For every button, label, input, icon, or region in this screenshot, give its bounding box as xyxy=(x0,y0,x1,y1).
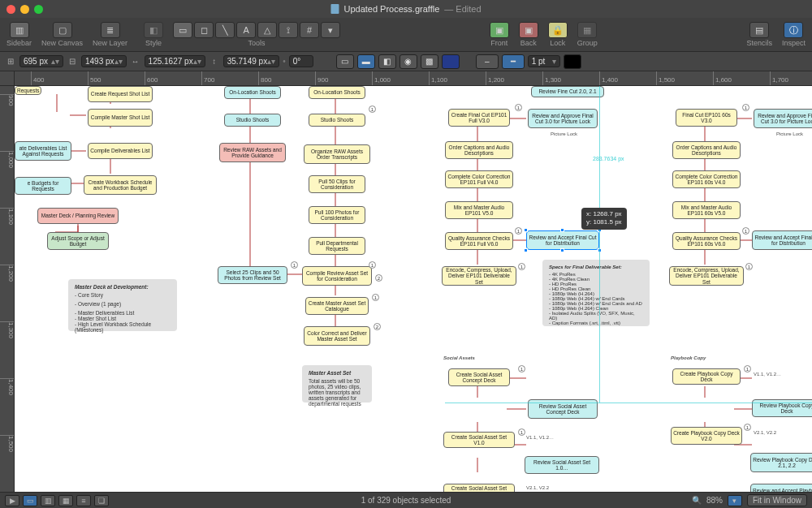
node-requests[interactable]: Requests xyxy=(15,86,41,95)
node-workback-schedule[interactable]: Create Workback Schedule and Production … xyxy=(84,175,157,195)
point-tool[interactable]: ⟟ xyxy=(279,22,298,38)
node-order-captions-60s[interactable]: Order Captions and Audio Descriptions xyxy=(672,141,741,159)
maximize-icon[interactable] xyxy=(34,5,43,14)
node-compile-review-set[interactable]: Compile Review Asset Set for Considerati… xyxy=(302,266,372,286)
note-specs[interactable]: Specs for Final Deliverable Set: - 4K Pr… xyxy=(542,260,650,326)
node-playbook-deck[interactable]: Create Playbook Copy Deck xyxy=(672,368,741,385)
node-review-raw[interactable]: Review RAW Assets and Provide Guidance xyxy=(219,143,286,162)
node-compile-deliverables[interactable]: Compile Deliverables List xyxy=(88,143,153,159)
style-button[interactable]: ◧ xyxy=(144,22,163,38)
node-adjust-scope[interactable]: Adjust Scope or Adjust Budget xyxy=(47,232,109,250)
ruler-horizontal[interactable]: 4005006007008009001,0001,1001,2001,3001,… xyxy=(15,71,812,86)
fill-none-button[interactable]: ▭ xyxy=(336,54,354,69)
node-create-shotlist[interactable]: Create Request Shot List xyxy=(88,86,153,102)
node-studio-b[interactable]: Studio Shoots xyxy=(309,114,365,127)
node-select-25-50[interactable]: Select 25 Clips and 50 Photos from Revie… xyxy=(218,266,287,284)
bring-front-button[interactable]: ▣ xyxy=(490,22,509,38)
node-pull-dept[interactable]: Pull Departmental Requests xyxy=(309,237,365,255)
stamp-tool[interactable]: ▾ xyxy=(321,22,340,38)
node-onlocation-a[interactable]: On-Location Shoots xyxy=(224,86,281,99)
width-field[interactable]: 125.1627 px▴▾ xyxy=(145,55,205,67)
fill-gradient-button[interactable]: ◧ xyxy=(378,54,396,69)
node-accept-playbook[interactable]: Review and Accept Playbook xyxy=(750,484,812,492)
node-approve-picturelock-60s[interactable]: Review and Approve Final Cut 3.0 for Pic… xyxy=(754,109,812,128)
node-final-cut-full[interactable]: Create Final Cut EP101 Full V3.0 xyxy=(448,109,510,127)
node-pull-50[interactable]: Pull 50 Clips for Consideration xyxy=(309,175,365,193)
line-tool[interactable]: ╲ xyxy=(215,22,235,38)
new-canvas-button[interactable]: ▢ xyxy=(53,22,72,38)
presentation-button[interactable]: ▶ xyxy=(5,495,19,506)
ruler-vertical[interactable]: 9001,0001,1001,2001,3001,4001,500 xyxy=(0,86,15,492)
node-mix-master-full[interactable]: Mix and Master Audio EP101 V5.0 xyxy=(445,201,513,219)
stroke-weight-field[interactable]: 1 pt▾ xyxy=(528,55,560,67)
sel-handle-nw[interactable] xyxy=(524,228,528,232)
node-review-accept-distribution[interactable]: Review and Accept Final Cut for Distribu… xyxy=(526,230,599,250)
node-final-cut-60s[interactable]: Final Cut EP101 60s V3.0 xyxy=(676,109,737,127)
view-list-button[interactable]: ≡ xyxy=(76,495,91,506)
layers-button[interactable]: ❏ xyxy=(94,495,109,506)
height-field[interactable]: 35.7149 px▴▾ xyxy=(223,55,280,67)
node-master-catalogue[interactable]: Create Master Asset Set Catalogue xyxy=(305,297,369,315)
node-pull-100[interactable]: Pull 100 Photos for Consideration xyxy=(309,206,365,224)
sidebar-toggle-button[interactable]: ▥ xyxy=(10,22,29,38)
node-encode-deliver-full[interactable]: Encode, Compress, Upload, Deliver EP101 … xyxy=(442,266,516,286)
fill-image-button[interactable]: ▩ xyxy=(421,54,438,69)
node-review-fine-cut[interactable]: Review Fine Cut 2.0, 2.1 xyxy=(531,86,604,97)
view-thumbs-button[interactable]: ▦ xyxy=(58,495,73,506)
node-color-correction-60s[interactable]: Complete Color Correction EP101 60s V4.0 xyxy=(672,170,741,188)
node-color-correction-full[interactable]: Complete Color Correction EP101 Full V4.… xyxy=(445,170,513,188)
canvas-area[interactable]: Requests Create Request Shot List Compil… xyxy=(15,86,812,492)
node-review-social-v1[interactable]: Review Social Asset Set 1.0… xyxy=(525,456,599,474)
view-outline-button[interactable]: ▥ xyxy=(41,495,55,506)
y-field[interactable]: 1493 px▴▾ xyxy=(81,55,127,67)
selection-tool[interactable]: ▭ xyxy=(173,22,192,38)
node-color-correct-deliver[interactable]: Color Correct and Deliver Master Asset S… xyxy=(304,326,370,346)
canvas[interactable]: Requests Create Request Shot List Compil… xyxy=(15,86,812,492)
fill-solid-button[interactable]: ▬ xyxy=(357,54,375,69)
fill-color-swatch[interactable] xyxy=(442,54,460,69)
node-social-concept[interactable]: Create Social Asset Concept Deck xyxy=(448,368,510,386)
node-accept-60s[interactable]: Review and Accept Final Cut for Distribu… xyxy=(752,230,812,250)
send-back-button[interactable]: ▣ xyxy=(519,22,538,38)
stroke-color-swatch[interactable] xyxy=(564,54,581,69)
node-review-playbook-v2[interactable]: Review Playbook Copy Deck 2.1, 2.2 xyxy=(750,453,812,472)
node-compile-shotlist[interactable]: Compile Master Shot List xyxy=(88,109,153,127)
close-icon[interactable] xyxy=(6,5,15,14)
fit-window-button[interactable]: Fit in Window xyxy=(747,494,807,506)
sel-handle-n[interactable] xyxy=(560,228,564,232)
new-layer-button[interactable]: ≣ xyxy=(101,22,120,38)
stroke-none-button[interactable]: – xyxy=(476,54,499,69)
group-button[interactable]: ▦ xyxy=(577,22,597,38)
node-validate-deliverables[interactable]: ate Deliverables List Against Requests xyxy=(15,141,71,161)
pen-tool[interactable]: △ xyxy=(257,22,277,38)
node-social-set-v1[interactable]: Create Social Asset Set V1.0 xyxy=(443,432,515,448)
node-organize-raw[interactable]: Organize RAW Assets Order Transcripts xyxy=(304,144,370,164)
node-approve-picturelock-full[interactable]: Review and Approve Final Cut 3.0 for Pic… xyxy=(528,109,598,128)
sel-handle-s[interactable] xyxy=(560,248,564,252)
shape-tool[interactable]: ◻ xyxy=(194,22,214,38)
note-master-asset-set[interactable]: Master Asset Set Total assets will be 50… xyxy=(302,365,372,403)
node-mix-master-60s[interactable]: Mix and Master Audio EP101 60s V5.0 xyxy=(672,201,741,219)
zoom-menu-button[interactable]: ▾ xyxy=(728,495,742,506)
x-field[interactable]: 695 px▴▾ xyxy=(19,55,63,67)
note-master-deck[interactable]: Master Deck at Development: - Core Story… xyxy=(68,279,177,331)
inspect-button[interactable]: ⓘ xyxy=(784,22,803,38)
node-qa-full[interactable]: Quality Assurance Checks EP101 Full V6.0 xyxy=(445,232,513,250)
view-normal-button[interactable]: ▭ xyxy=(23,495,37,506)
node-social-set-v2[interactable]: Create Social Asset Set V2.0 xyxy=(443,484,515,492)
node-encode-deliver-60s[interactable]: Encode, Compress, Upload, Deliver EP101 … xyxy=(669,266,744,286)
node-playbook-v2[interactable]: Create Playbook Copy Deck V2.0 xyxy=(671,427,742,445)
sel-handle-sw[interactable] xyxy=(524,248,528,252)
node-qa-60s[interactable]: Quality Assurance Checks EP101 60s V6.0 xyxy=(672,232,741,250)
node-planning-review[interactable]: Master Deck / Planning Review xyxy=(37,208,119,224)
fill-radial-button[interactable]: ◉ xyxy=(400,54,417,69)
node-budgets-requests[interactable]: e Budgets for Requests xyxy=(15,177,71,195)
text-tool[interactable]: A xyxy=(236,22,256,38)
minimize-icon[interactable] xyxy=(20,5,29,14)
node-studio-a[interactable]: Studio Shoots xyxy=(224,114,281,127)
stroke-solid-button[interactable]: ━ xyxy=(502,54,525,69)
node-order-captions-full[interactable]: Order Captions and Audio Descriptions xyxy=(445,141,513,159)
node-onlocation-b[interactable]: On-Location Shoots xyxy=(309,86,365,99)
lock-button[interactable]: 🔒 xyxy=(548,22,568,38)
crop-tool[interactable]: # xyxy=(300,22,319,38)
